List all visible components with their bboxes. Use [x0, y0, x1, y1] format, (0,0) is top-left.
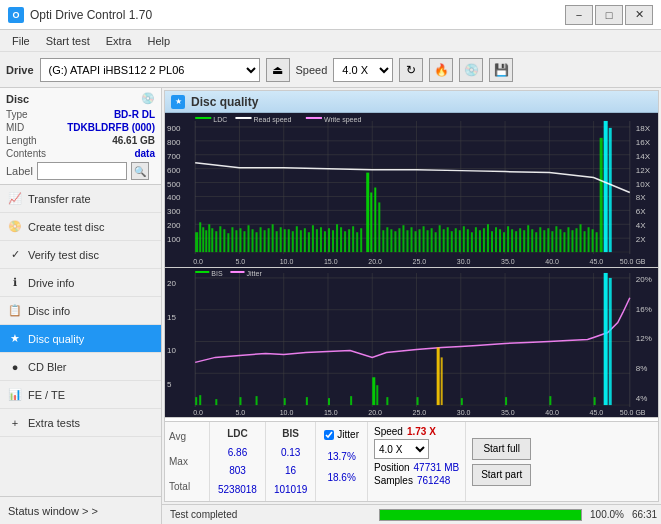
bis-total-value: 101019: [274, 484, 307, 495]
burn-button[interactable]: 🔥: [429, 58, 453, 82]
sidebar-item-drive-info[interactable]: ℹ Drive info: [0, 269, 161, 297]
svg-rect-73: [308, 232, 310, 252]
speed-select-stats[interactable]: 4.0 X 1.0 X 2.0 X 8.0 X: [374, 439, 429, 459]
bis-chart: 20 15 10 5 20% 16% 12% 8% 4%: [165, 268, 658, 417]
titlebar-left: O Opti Drive Control 1.70: [8, 7, 152, 23]
sidebar-item-cd-bler[interactable]: ● CD Bler: [0, 353, 161, 381]
sidebar-item-extra-tests[interactable]: + Extra tests: [0, 409, 161, 437]
stats-row: Avg Max Total LDC 6.86 803 5238018: [165, 422, 658, 501]
svg-text:16%: 16%: [636, 305, 652, 314]
svg-rect-199: [350, 396, 352, 405]
svg-rect-60: [272, 224, 274, 252]
close-button[interactable]: ✕: [625, 5, 653, 25]
svg-text:2X: 2X: [636, 235, 647, 244]
bis-max-value: 16: [285, 465, 296, 476]
svg-text:400: 400: [167, 193, 181, 202]
start-part-button[interactable]: Start part: [472, 464, 531, 486]
jitter-header: Jitter: [324, 429, 359, 440]
menu-extra[interactable]: Extra: [98, 33, 140, 49]
jitter-max-value: 18.6%: [327, 472, 355, 483]
speed-select[interactable]: 4.0 X 1.0 X 2.0 X 8.0 X: [333, 58, 393, 82]
svg-rect-97: [423, 226, 425, 252]
svg-rect-101: [439, 225, 441, 252]
sidebar-item-label-disc-quality: Disc quality: [28, 333, 84, 345]
drive-label: Drive: [6, 64, 34, 76]
progress-bar-inner: [380, 510, 581, 520]
start-full-button[interactable]: Start full: [472, 438, 531, 460]
minimize-button[interactable]: −: [565, 5, 593, 25]
bis-chart-container: 20 15 10 5 20% 16% 12% 8% 4%: [165, 268, 658, 418]
refresh-button[interactable]: ↻: [399, 58, 423, 82]
svg-rect-187: [195, 397, 197, 405]
svg-text:BIS: BIS: [211, 270, 223, 277]
svg-rect-141: [604, 121, 608, 252]
sidebar-item-label-verify-test-disc: Verify test disc: [28, 249, 99, 261]
sidebar-item-create-test-disc[interactable]: 📀 Create test disc: [0, 213, 161, 241]
svg-text:40.0: 40.0: [545, 409, 559, 416]
svg-text:5.0: 5.0: [235, 409, 245, 416]
svg-rect-44: [208, 224, 210, 252]
disc-type-value: BD-R DL: [114, 109, 155, 120]
sidebar-item-disc-info[interactable]: 📋 Disc info: [0, 297, 161, 325]
svg-rect-88: [386, 227, 388, 252]
maximize-button[interactable]: □: [595, 5, 623, 25]
status-window-button[interactable]: Status window > >: [0, 496, 161, 524]
svg-text:Write speed: Write speed: [324, 116, 361, 124]
svg-rect-210: [230, 271, 244, 273]
menu-file[interactable]: File: [4, 33, 38, 49]
svg-rect-114: [491, 231, 493, 252]
svg-text:700: 700: [167, 152, 181, 161]
jitter-checkbox[interactable]: [324, 430, 334, 440]
disc-mid-value: TDKBLDRFB (000): [67, 122, 155, 133]
disc-label-button[interactable]: 🔍: [131, 162, 149, 180]
svg-rect-96: [419, 229, 421, 252]
svg-rect-83: [348, 229, 350, 252]
disc-panel-header: Disc 💿: [6, 92, 155, 105]
progress-bar-container: Test completed 100.0% 66:31: [162, 504, 661, 524]
svg-text:12%: 12%: [636, 335, 652, 344]
svg-rect-70: [296, 226, 298, 252]
svg-text:800: 800: [167, 138, 181, 147]
svg-rect-51: [235, 230, 237, 252]
svg-rect-131: [559, 229, 561, 252]
disc-label-input[interactable]: [37, 162, 127, 180]
svg-text:20: 20: [167, 279, 177, 288]
ldc-total-value: 5238018: [218, 484, 257, 495]
svg-text:16X: 16X: [636, 138, 651, 147]
app-title: Opti Drive Control 1.70: [30, 8, 152, 22]
main-area: Disc 💿 Type BD-R DL MID TDKBLDRFB (000) …: [0, 88, 661, 524]
drive-info-icon: ℹ: [8, 276, 22, 290]
create-test-disc-icon: 📀: [8, 220, 22, 234]
drive-select[interactable]: (G:) ATAPI iHBS112 2 PL06: [40, 58, 260, 82]
sidebar-item-disc-quality[interactable]: ★ Disc quality: [0, 325, 161, 353]
svg-text:25.0: 25.0: [413, 409, 427, 416]
menu-start-test[interactable]: Start test: [38, 33, 98, 49]
svg-text:45.0: 45.0: [590, 409, 604, 416]
ldc-avg-value: 6.86: [228, 447, 247, 458]
sidebar-item-verify-test-disc[interactable]: ✓ Verify test disc: [0, 241, 161, 269]
sidebar-item-transfer-rate[interactable]: 📈 Transfer rate: [0, 185, 161, 213]
sidebar-item-label-extra-tests: Extra tests: [28, 417, 80, 429]
save-button[interactable]: 💾: [489, 58, 513, 82]
disc-info-icon: 📋: [8, 304, 22, 318]
sidebar-item-fe-te[interactable]: 📊 FE / TE: [0, 381, 161, 409]
eject-button[interactable]: ⏏: [266, 58, 290, 82]
svg-rect-111: [479, 230, 481, 252]
disc-button[interactable]: 💿: [459, 58, 483, 82]
progress-percent: 100.0%: [590, 509, 624, 520]
svg-rect-202: [461, 398, 463, 405]
svg-rect-134: [571, 230, 573, 252]
svg-rect-189: [215, 399, 217, 405]
menu-help[interactable]: Help: [139, 33, 178, 49]
cd-bler-icon: ●: [8, 360, 22, 374]
svg-rect-201: [417, 397, 419, 405]
svg-rect-107: [463, 226, 465, 252]
svg-text:0.0: 0.0: [193, 409, 203, 416]
sidebar: Disc 💿 Type BD-R DL MID TDKBLDRFB (000) …: [0, 88, 162, 524]
disc-type-row: Type BD-R DL: [6, 109, 155, 120]
svg-text:35.0: 35.0: [501, 258, 515, 265]
ldc-max-value: 803: [229, 465, 246, 476]
svg-rect-121: [519, 228, 521, 252]
svg-text:5.0: 5.0: [235, 258, 245, 265]
svg-rect-195: [441, 357, 443, 405]
